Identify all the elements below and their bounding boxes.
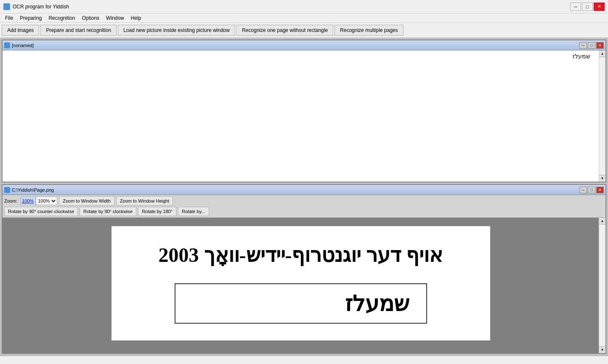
load-picture-button[interactable]: Load new picture inside existing picture…: [118, 25, 235, 36]
rotate-by-button[interactable]: Rotate by...: [178, 207, 209, 216]
text-result-window: [nonamed] ─ □ ✕ שמעלז ▲ ▼: [2, 40, 606, 182]
menu-preparing[interactable]: Preparing: [16, 14, 45, 22]
main-area: [nonamed] ─ □ ✕ שמעלז ▲ ▼ C:\Yiddish\Pag…: [0, 38, 608, 356]
recognize-multiple-pages-button[interactable]: Recognize multiple pages: [335, 25, 403, 36]
page-image: אויף דער יוגנטרוף-יידיש-וואָך 2003 שמעלז: [112, 226, 490, 340]
image-window-controls: ─ □ ✕: [579, 187, 604, 193]
image-window-title: C:\Yiddish\Page.png: [12, 187, 578, 193]
image-toolbar: Zoom: 100% 50% 200% Zoom to Window Width…: [3, 195, 605, 218]
image-main-title: אויף דער יוגנטרוף-יידיש-וואָך 2003: [137, 243, 465, 266]
close-button[interactable]: ✕: [594, 3, 605, 11]
text-window-close[interactable]: ✕: [596, 42, 604, 49]
status-bar: [0, 356, 608, 364]
zoom-to-window-height-button[interactable]: Zoom to Window Height: [116, 196, 173, 206]
maximize-button[interactable]: □: [582, 3, 593, 11]
image-window-close[interactable]: ✕: [596, 187, 604, 193]
vertical-scrollbar[interactable]: ▲ ▼: [599, 50, 605, 182]
prepare-recognition-button[interactable]: Prepare and start recognition: [40, 25, 117, 36]
image-vertical-scrollbar[interactable]: ▲ ▼: [599, 218, 605, 353]
zoom-label: Zoom:: [4, 198, 17, 203]
text-window-maximize[interactable]: □: [588, 42, 595, 49]
text-window-title: [nonamed]: [12, 43, 578, 48]
menu-recognition[interactable]: Recognition: [45, 14, 78, 22]
image-scroll-down-button[interactable]: ▼: [599, 346, 606, 353]
rotate-180-button[interactable]: Rotate by 180°: [138, 207, 176, 216]
image-window-icon: [4, 187, 10, 193]
main-toolbar: Add images Prepare and start recognition…: [0, 23, 608, 38]
title-bar-controls: ─ □ ✕: [570, 3, 605, 11]
text-window-icon: [4, 42, 10, 48]
image-word-box: שמעלז: [175, 283, 427, 324]
zoom-input[interactable]: [21, 197, 36, 205]
image-window-minimize[interactable]: ─: [579, 187, 587, 193]
title-bar: OCR program for Yiddish ─ □ ✕: [0, 0, 608, 13]
app-title: OCR program for Yiddish: [13, 4, 570, 10]
text-result-content[interactable]: שמעלז: [3, 50, 599, 182]
menu-bar: File Preparing Recognition Options Windo…: [0, 13, 608, 23]
rotate-toolbar-row: Rotate by 90° counter-clockwise Rotate b…: [4, 207, 604, 216]
image-canvas[interactable]: אויף דער יוגנטרוף-יידיש-וואָך 2003 שמעלז: [3, 218, 599, 353]
image-scroll-up-button[interactable]: ▲: [599, 218, 606, 224]
zoom-dropdown[interactable]: 100% 50% 200%: [36, 197, 57, 205]
app-icon: [3, 3, 10, 10]
yiddish-text-result: שמעלז: [573, 53, 590, 60]
recognize-one-page-button[interactable]: Recognize one page without rectangle: [236, 25, 333, 36]
image-content-area: אויף דער יוגנטרוף-יידיש-וואָך 2003 שמעלז…: [3, 218, 605, 353]
menu-help[interactable]: Help: [127, 14, 145, 22]
text-window-controls: ─ □ ✕: [579, 42, 604, 49]
image-viewer-window: C:\Yiddish\Page.png ─ □ ✕ Zoom: 100% 50%…: [2, 184, 606, 354]
text-window-minimize[interactable]: ─: [579, 42, 587, 49]
scroll-up-button[interactable]: ▲: [599, 50, 606, 57]
add-images-button[interactable]: Add images: [2, 25, 39, 36]
zoom-toolbar-row: Zoom: 100% 50% 200% Zoom to Window Width…: [4, 196, 604, 206]
menu-options[interactable]: Options: [79, 14, 103, 22]
image-window-maximize[interactable]: □: [588, 187, 595, 193]
menu-window[interactable]: Window: [103, 14, 127, 22]
menu-file[interactable]: File: [2, 14, 16, 22]
zoom-group: 100% 50% 200%: [21, 197, 57, 205]
rotate-cw-button[interactable]: Rotate by 90° clockwise: [80, 207, 136, 216]
zoom-to-window-width-button[interactable]: Zoom to Window Width: [59, 196, 114, 206]
text-result-titlebar: [nonamed] ─ □ ✕: [3, 40, 605, 50]
scroll-down-button[interactable]: ▼: [599, 175, 606, 182]
image-viewer-titlebar: C:\Yiddish\Page.png ─ □ ✕: [3, 185, 605, 195]
minimize-button[interactable]: ─: [570, 3, 581, 11]
rotate-ccw-button[interactable]: Rotate by 90° counter-clockwise: [4, 207, 78, 216]
